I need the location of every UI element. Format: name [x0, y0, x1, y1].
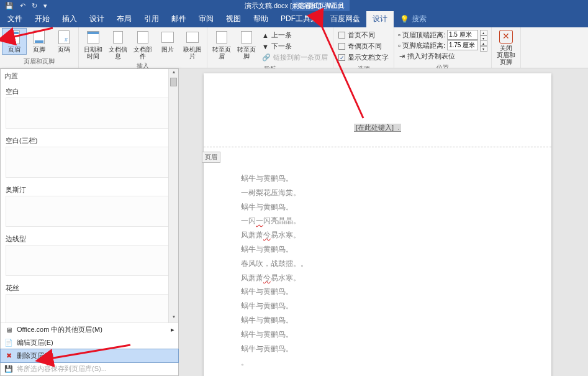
- gallery-scroll[interactable]: ▴ ▾ 内置 空白 空白(三栏) 奥斯汀 边线型 花丝 怀旧: [1, 69, 178, 323]
- edit-icon: 📄: [4, 339, 13, 347]
- tab-layout[interactable]: 布局: [111, 11, 138, 27]
- lightbulb-icon: 💡: [400, 15, 409, 24]
- office-icon: 🖥: [4, 326, 13, 334]
- tab-design[interactable]: 设计: [83, 11, 111, 27]
- search-label: 搜索: [412, 14, 427, 24]
- scroll-up-icon[interactable]: ▴: [169, 69, 178, 78]
- annotation-arrow-1: [0, 0, 75, 50]
- header-top-input[interactable]: [447, 30, 478, 40]
- header-edit-field[interactable]: [在此处键入].: [204, 123, 551, 132]
- goto-footer-icon: [239, 30, 254, 45]
- doc-line: 蜗牛与黄鹂鸟。: [241, 313, 514, 328]
- doc-line: 一树梨花压海棠。: [241, 186, 514, 200]
- scroll-thumb[interactable]: [170, 78, 177, 86]
- footer-bottom-distance[interactable]: ▫ 页脚底端距离: ▴▾: [398, 40, 487, 50]
- save-gallery-icon: 💾: [4, 365, 13, 374]
- calendar-icon: [86, 30, 101, 45]
- doc-parts-icon: [135, 30, 150, 45]
- gallery-item-austin[interactable]: 奥斯汀: [1, 181, 178, 231]
- doc-line: 。: [241, 355, 514, 370]
- doc-parts-button[interactable]: 文档部件: [131, 29, 155, 61]
- doc-line: 风萧萧兮易水寒。: [241, 271, 514, 285]
- ribbon: 页眉 页脚 # 页码 页眉和页脚 日期和时间 文档信息: [0, 27, 588, 68]
- title-bar: 💾 ↶ ↻ ▾ 页眉和页脚工具 演示文稿.docx [兼容模式] - Word: [0, 0, 588, 11]
- prev-icon: ▲: [262, 32, 269, 39]
- gallery-item-filigree[interactable]: 花丝: [1, 280, 178, 323]
- remove-icon: ✖: [4, 352, 13, 360]
- group-insert: 日期和时间 文档信息 文档部件 图片 联机图片 插入: [79, 27, 207, 68]
- header-placeholder[interactable]: [在此处键入]: [354, 124, 396, 132]
- tab-view[interactable]: 视图: [220, 11, 247, 27]
- group-label-hf: 页眉和页脚: [24, 57, 55, 66]
- picture-icon: [160, 30, 175, 45]
- doc-line: 蜗牛与黄鹂鸟。: [241, 172, 514, 186]
- svg-line-1: [317, 15, 363, 118]
- tab-mailings[interactable]: 邮件: [165, 11, 192, 27]
- doc-info-button[interactable]: 文档信息: [106, 29, 130, 61]
- doc-line: 蜗牛与黄鹂鸟。: [241, 285, 514, 299]
- more-headers-office[interactable]: 🖥 Office.com 中的其他页眉(M) ▸: [1, 323, 178, 336]
- header-top-distance[interactable]: ▫ 页眉顶端距离: ▴▾: [398, 30, 487, 40]
- doc-line: 蜗牛与黄鹂鸟。: [241, 342, 514, 356]
- close-header-footer-button[interactable]: ✕ 关闭 页眉和页脚: [494, 29, 518, 66]
- doc-line: 蜗牛与黄鹂鸟。: [241, 200, 514, 214]
- tell-me-search[interactable]: 💡 搜索: [394, 11, 433, 27]
- chevron-right-icon: ▸: [171, 326, 174, 334]
- header-top-icon: ▫: [398, 31, 400, 39]
- online-picture-button[interactable]: 联机图片: [181, 29, 204, 61]
- goto-footer-button[interactable]: 转至页脚: [235, 29, 258, 61]
- next-icon: ▼: [262, 43, 269, 50]
- doc-info-icon: [111, 30, 125, 45]
- tab-references[interactable]: 引用: [138, 11, 165, 27]
- online-picture-icon: [185, 30, 200, 45]
- picture-button[interactable]: 图片: [156, 29, 179, 54]
- tab-help[interactable]: 帮助: [247, 11, 274, 27]
- doc-line: 一闪一闪亮晶晶。: [241, 214, 514, 228]
- annotation-arrow-3: [37, 339, 143, 370]
- gallery-item-blank-3col[interactable]: 空白(三栏): [1, 132, 178, 181]
- header-tag: 页眉: [202, 152, 220, 163]
- svg-line-0: [11, 28, 53, 37]
- tab-review[interactable]: 审阅: [192, 11, 220, 27]
- gallery-heading: 内置: [1, 69, 178, 83]
- spinner-buttons[interactable]: ▴▾: [480, 30, 487, 40]
- header-gallery-dropdown: ▴ ▾ 内置 空白 空白(三栏) 奥斯汀 边线型 花丝 怀旧: [0, 68, 179, 376]
- scroll-down-icon[interactable]: ▾: [169, 314, 178, 323]
- link-icon: 🔗: [262, 53, 271, 62]
- footer-bot-input[interactable]: [447, 40, 478, 50]
- insert-alignment-tab[interactable]: ⇥插入对齐制表位: [398, 51, 487, 62]
- date-time-button[interactable]: 日期和时间: [81, 29, 105, 61]
- spinner-buttons[interactable]: ▴▾: [480, 40, 487, 50]
- doc-line: 蜗牛与黄鹂鸟。: [241, 299, 514, 313]
- goto-header-icon: [214, 30, 229, 45]
- annotation-arrow-2: [298, 0, 385, 124]
- group-position: ▫ 页眉顶端距离: ▴▾ ▫ 页脚底端距离: ▴▾ ⇥插入对齐制表位 位置: [394, 27, 492, 68]
- doc-line: 风萧萧兮易水寒。: [241, 228, 514, 242]
- goto-header-button[interactable]: 转至页眉: [210, 29, 233, 61]
- gallery-item-sideline[interactable]: 边线型: [1, 231, 178, 280]
- header-boundary: [204, 147, 551, 147]
- footer-bot-icon: ▫: [398, 42, 400, 49]
- doc-line: 蜗牛与黄鹂鸟。: [241, 242, 514, 257]
- doc-line: 蜗牛与黄鹂鸟。: [241, 328, 514, 342]
- align-tab-icon: ⇥: [399, 52, 405, 60]
- ribbon-tabs: 文件 开始 插入 设计 布局 引用 邮件 审阅 视图 帮助 PDF工具集 百度网…: [0, 11, 588, 27]
- doc-line: 春风吹，战鼓擂。。: [241, 257, 514, 271]
- document-body: 蜗牛与黄鹂鸟。 一树梨花压海棠。 蜗牛与黄鹂鸟。 一闪一闪亮晶晶。 风萧萧兮易水…: [241, 172, 514, 370]
- svg-line-2: [50, 345, 130, 359]
- gallery-item-blank[interactable]: 空白: [1, 83, 178, 132]
- content-area: ▴ ▾ 内置 空白 空白(三栏) 奥斯汀 边线型 花丝 怀旧: [0, 68, 588, 376]
- gallery-scrollbar[interactable]: ▴ ▾: [168, 69, 178, 323]
- group-close: ✕ 关闭 页眉和页脚 关闭: [492, 27, 521, 68]
- close-icon: ✕: [499, 30, 513, 44]
